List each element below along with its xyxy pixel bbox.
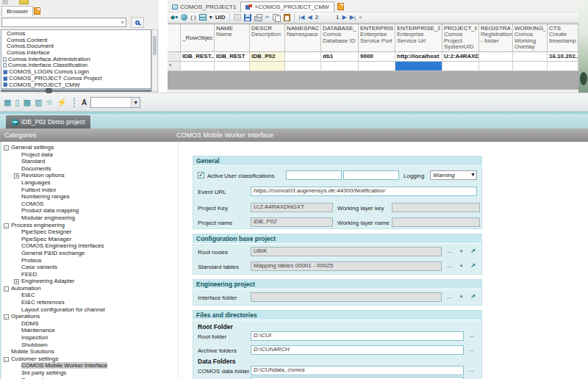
page-total[interactable]: 1: [336, 14, 339, 21]
grid-cell[interactable]: [285, 62, 321, 71]
browse-button[interactable]: ...: [467, 366, 476, 375]
category-tree-item[interactable]: COMOS: [1, 201, 176, 208]
navigate-button[interactable]: ↗: [468, 292, 478, 301]
print-icon[interactable]: [254, 16, 262, 21]
column-header-registratic[interactable]: REGISTRATICRegistration - folder: [479, 24, 513, 52]
uid-button[interactable]: UID: [215, 14, 226, 21]
grid-cell[interactable]: IDB_REST...: [181, 52, 215, 62]
search-combo[interactable]: ˅: [1, 18, 126, 27]
browser-tree-item[interactable]: Comos: [1, 31, 151, 37]
grid-data-row[interactable]: IDB_REST...IDB_RESTiDB_P02db19000http://…: [168, 52, 578, 62]
collapse-icon[interactable]: -: [4, 223, 9, 228]
grid-cell[interactable]: [250, 62, 285, 71]
page-current[interactable]: 2: [315, 14, 318, 21]
column-header-cts[interactable]: CTSCreate timestamp: [548, 24, 578, 52]
category-tree-item[interactable]: Shutdown: [1, 342, 176, 349]
browser-tree-item[interactable]: Comos.Interface.Classification: [1, 62, 151, 69]
category-tree-item[interactable]: Numbering ranges: [1, 193, 176, 201]
nav-first-icon[interactable]: |◀: [298, 13, 304, 22]
category-tree-item[interactable]: EI&C references: [1, 299, 176, 306]
favorites-star-icon[interactable]: ☆: [46, 98, 53, 107]
category-tree-item[interactable]: +Revision options: [1, 172, 176, 179]
clear-button[interactable]: ×: [456, 247, 466, 256]
new-tab-icon[interactable]: [337, 3, 344, 10]
grid-cell[interactable]: [285, 52, 321, 62]
category-tree-item[interactable]: -Operations: [1, 313, 176, 320]
browser-tree-item[interactable]: COMOS_LOGIN Comos Login: [1, 69, 151, 76]
column-header-name[interactable]: NAMEName: [215, 24, 250, 52]
font-style-button[interactable]: A: [82, 98, 87, 107]
browse-button[interactable]: ...: [445, 292, 454, 301]
grid-cell[interactable]: IDB_REST: [215, 52, 250, 62]
close-grid-icon[interactable]: ×: [359, 13, 362, 22]
browse-button[interactable]: ...: [445, 261, 454, 270]
column-header-database_id[interactable]: DATABASE_IDComos Database ID: [321, 24, 359, 52]
category-tree-item[interactable]: DDMS: [1, 320, 176, 328]
event-url-input[interactable]: https://comos03.augmensys.de:44300/Notif…: [251, 187, 477, 196]
binoculars-icon[interactable]: [46, 88, 52, 93]
browse-button[interactable]: ...: [445, 247, 454, 256]
column-header-working_ov[interactable]: WORKING_OVComos Working Overlay: [513, 24, 548, 52]
scrollbar-thumb[interactable]: [153, 36, 157, 55]
style-combo[interactable]: ▼: [90, 97, 140, 108]
user-classification-input-1[interactable]: [286, 170, 342, 180]
category-tree-item[interactable]: Fulltext index: [1, 187, 176, 194]
category-tree-item[interactable]: PipeSpec Designer: [1, 228, 176, 236]
save-icon[interactable]: [244, 14, 251, 21]
grid-cell[interactable]: [215, 62, 250, 71]
grid-cell[interactable]: 9000: [359, 52, 395, 62]
grid-cell[interactable]: [479, 52, 513, 62]
archive-folders-input[interactable]: D:\CUI\ARCH: [251, 345, 464, 355]
category-tree-item[interactable]: Parameters: [1, 377, 176, 379]
category-tree-item[interactable]: -General settings: [1, 144, 176, 151]
grid-cell[interactable]: db1: [321, 52, 359, 62]
goto-object-icon[interactable]: ◆▾: [171, 13, 178, 22]
category-tree-item[interactable]: Case variants: [1, 264, 176, 271]
category-tree-item[interactable]: Layout configuration for channel: [1, 306, 176, 314]
search-button[interactable]: [131, 17, 144, 28]
grid-cell[interactable]: [513, 52, 548, 62]
browser-tree-item-partial[interactable]: [1, 88, 151, 92]
active-checkbox[interactable]: ✓: [198, 172, 204, 178]
category-tree-item[interactable]: COMOS Mobile Worker Interface: [1, 362, 176, 369]
tab-browser[interactable]: Browser: [1, 6, 33, 16]
grid-cell[interactable]: [513, 62, 548, 71]
expand-icon[interactable]: +: [14, 173, 19, 178]
expand-icon[interactable]: +: [14, 279, 19, 284]
category-tree-item[interactable]: Product data mapping: [1, 207, 176, 214]
grid-cell[interactable]: [548, 62, 578, 71]
category-tree-item[interactable]: FEED: [1, 271, 176, 278]
grid-cell[interactable]: http://localhost: [395, 52, 442, 62]
column-header-enterprise_sef[interactable]: ENTERPRISE_SEFEnterprise Service Url: [395, 24, 442, 52]
copy-icon[interactable]: [273, 14, 281, 21]
collapse-icon[interactable]: -: [4, 314, 9, 320]
category-tree-item[interactable]: Mobile Solutions: [1, 348, 176, 355]
disabled-grid-icon[interactable]: [234, 14, 241, 21]
new-tab-icon[interactable]: [34, 7, 40, 15]
navigate-button[interactable]: ↗: [468, 261, 478, 270]
grid-cell[interactable]: [321, 62, 359, 71]
category-tree-item[interactable]: PipeSpec Manager: [1, 236, 176, 243]
brackets-icon[interactable]: ( ): [190, 13, 196, 22]
plugin-icon[interactable]: ⚡: [57, 98, 67, 107]
grid-cell[interactable]: [181, 62, 215, 71]
columns-icon[interactable]: ▥: [35, 98, 42, 107]
grid-cell[interactable]: 16.10.202...: [548, 52, 578, 62]
grid-new-row[interactable]: *: [168, 62, 578, 71]
collapse-icon[interactable]: -: [4, 145, 9, 151]
browser-tree-item[interactable]: Comos.Content: [1, 37, 151, 44]
category-tree-item[interactable]: -Process engineering: [1, 222, 176, 229]
column-header-_rowobject[interactable]: _RowObject: [181, 24, 215, 52]
grid-cell[interactable]: U:2:A4RAXDHGXT: [442, 52, 479, 62]
category-tree-item[interactable]: 3rd party settings: [1, 369, 176, 377]
scrollbar[interactable]: [151, 29, 158, 92]
grid-cell-selected[interactable]: [395, 62, 442, 71]
category-tree-item[interactable]: Maintenance: [1, 327, 176, 334]
collapse-icon[interactable]: -: [4, 286, 9, 292]
browser-tree-item[interactable]: Comos.Interface: [1, 50, 151, 57]
grid-cell[interactable]: iDB_P02: [250, 52, 285, 62]
category-tree-item[interactable]: +Engineering Adapter: [1, 278, 176, 285]
cut-icon[interactable]: ✂: [265, 13, 270, 22]
column-header-enterprise_[interactable]: ENTERPRISE_Enterprise Service Port: [359, 24, 395, 52]
table-view-icon[interactable]: ▦: [4, 98, 11, 107]
